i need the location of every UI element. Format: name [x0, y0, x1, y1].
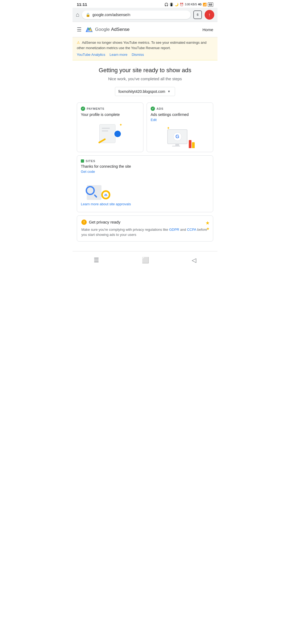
youtube-analytics-link[interactable]: YouTube Analytics [77, 52, 105, 57]
page-title: Getting your site ready to show ads [77, 67, 213, 74]
alert-icon: ⚠ [77, 40, 80, 45]
get-code-link[interactable]: Get code [81, 170, 209, 174]
google-g-logo: G [173, 132, 182, 141]
google-logo-icon [85, 25, 93, 34]
ads-check-icon: ✓ [151, 107, 155, 111]
chevron-down-icon: ▼ [167, 90, 171, 93]
status-icons: 🎧 📳 🌙 ⏰ 3.00 KB/S 4G 📶 68 [164, 2, 213, 7]
nav-bar: ☰ ⬜ ◁ [73, 251, 218, 269]
speed-text: 3.00 KB/S [185, 3, 197, 6]
lock-icon: 🔒 [86, 13, 90, 17]
ads-card-title: Ads settings confirmed [151, 112, 209, 117]
sites-card: SITES Thanks for connecting the site Get… [77, 155, 213, 212]
ads-illustration: ✦ G [151, 124, 209, 148]
site-approvals-link[interactable]: Learn more about site approvals [81, 202, 209, 206]
warning-icon: ! [81, 219, 87, 225]
page-subtitle: Nice work, you've completed all the step… [77, 76, 213, 82]
adsense-header: ☰ Google AdSense Home [73, 22, 218, 37]
app-icon: 🎧 [164, 3, 168, 6]
site-dropdown[interactable]: foxmohityt420.blogspot.com ▼ [115, 87, 175, 96]
adsense-brand-text: Google AdSense [95, 27, 130, 32]
sites-illustration [81, 176, 209, 200]
sites-card-title: Thanks for connecting the site [81, 164, 209, 169]
adsense-logo: Google AdSense [85, 25, 130, 34]
moon-icon: 🌙 [175, 3, 179, 6]
browser-chrome: ⌂ 🔒 google.com/adsense/n 6 ↑ [73, 8, 218, 22]
svg-marker-4 [104, 194, 107, 196]
ads-edit-link[interactable]: Edit [151, 118, 209, 122]
battery-indicator: 68 [208, 2, 213, 7]
ads-card: ✓ ADS Ads settings confirmed Edit ✦ G [147, 103, 213, 152]
alert-links: YouTube Analytics Learn more Dismiss [77, 52, 213, 57]
home-nav-link[interactable]: Home [202, 27, 213, 32]
star-decoration-top: ★ [205, 220, 210, 226]
vibrate-icon: 📳 [169, 3, 173, 6]
status-time: 11:11 [77, 2, 87, 7]
cards-grid: ✓ PAYMENTS Your profile is complete ✦ ✓ … [77, 103, 213, 212]
site-domain-text: foxmohityt420.blogspot.com [118, 89, 165, 94]
upload-button[interactable]: ↑ [205, 10, 214, 20]
alarm-icon: ⏰ [180, 3, 184, 6]
status-bar: 11:11 🎧 📳 🌙 ⏰ 3.00 KB/S 4G 📶 68 [73, 0, 218, 8]
tab-count-button[interactable]: 6 [193, 10, 202, 19]
star-decoration-bottom: ★ [206, 226, 210, 231]
learn-more-link[interactable]: Learn more [110, 52, 127, 57]
alert-message: AdSense no longer shows YouTube metrics.… [77, 41, 206, 50]
privacy-header: ! Get privacy ready [81, 219, 209, 225]
sites-icon [81, 159, 84, 163]
payments-card-title: Your profile is complete [81, 112, 139, 117]
ads-label: ✓ ADS [151, 107, 209, 111]
adsense-small-logo [104, 193, 108, 197]
nav-home-button[interactable]: ⬜ [140, 255, 151, 266]
payments-label: ✓ PAYMENTS [81, 107, 139, 111]
privacy-card: ! Get privacy ready Make sure you're com… [77, 215, 213, 241]
adsense-text: AdSense [111, 27, 130, 32]
privacy-description: Make sure you're complying with privacy … [81, 227, 209, 237]
alert-banner: ⚠ AdSense no longer shows YouTube metric… [73, 37, 218, 60]
gdpr-link[interactable]: GDPR [169, 228, 179, 232]
nav-menu-button[interactable]: ☰ [92, 255, 101, 266]
payments-card: ✓ PAYMENTS Your profile is complete ✦ [77, 103, 143, 152]
ccpa-link[interactable]: CCPA [187, 228, 196, 232]
browser-home-button[interactable]: ⌂ [76, 11, 79, 18]
dismiss-link[interactable]: Dismiss [132, 52, 144, 57]
signal-bars: 📶 [203, 3, 207, 6]
payments-illustration: ✦ [81, 119, 139, 143]
signal-text: 4G [198, 3, 201, 6]
privacy-title: Get privacy ready [89, 220, 121, 224]
url-bar[interactable]: 🔒 google.com/adsense/n [82, 10, 191, 19]
nav-back-button[interactable]: ◁ [190, 255, 198, 266]
google-text: Google [95, 27, 111, 32]
main-content: Getting your site ready to show ads Nice… [73, 60, 218, 251]
sites-label: SITES [81, 159, 209, 163]
payments-check-icon: ✓ [81, 107, 85, 111]
hamburger-menu[interactable]: ☰ [77, 26, 82, 33]
url-text: google.com/adsense/n [92, 13, 187, 17]
site-selector: foxmohityt420.blogspot.com ▼ [77, 87, 213, 96]
